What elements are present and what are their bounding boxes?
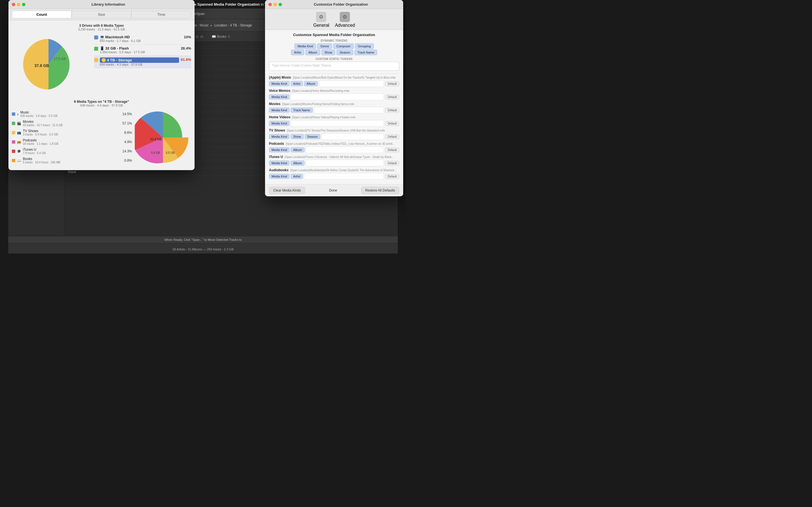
drive-color-flash <box>94 47 98 51</box>
token-season[interactable]: Season <box>336 50 353 55</box>
tab-books[interactable]: 📖 Books 5 <box>208 34 234 40</box>
cust-fullscreen-button[interactable] <box>278 3 282 6</box>
advanced-label: Advanced <box>335 23 355 28</box>
mk-input-movies[interactable] <box>314 107 384 114</box>
media-pct-music: 14.5% <box>122 112 132 116</box>
lib-media-sub: 630 tracks · 4.3 days · 37.8 GB <box>12 104 191 107</box>
cust-advanced-icon-item[interactable]: ⚙ Advanced <box>335 12 355 28</box>
lib-drives-title: 3 Drives with 6 Media Types <box>12 24 191 27</box>
mk-input-music[interactable] <box>319 80 384 87</box>
library-panel: Library Information Count Size Time 3 Dr… <box>8 0 195 170</box>
mk-default-voicememos[interactable]: Default <box>385 95 399 100</box>
general-icon: ⚙ <box>316 12 326 22</box>
mk-row-podcasts: Podcasts [Span Location]/Podcasts/TEDTal… <box>269 142 399 153</box>
lib-tab-size[interactable]: Size <box>71 11 132 18</box>
mk-default-music[interactable]: Default <box>385 81 399 86</box>
media-entry-tv[interactable]: 📺 TV Shows 3 tracks · 3.4 hours · 3.2 GB… <box>12 128 132 137</box>
customize-panel: Customize Folder Organization ⚙ General … <box>265 0 403 196</box>
mk-row-tvshows: TV Shows [Span Location]/TV Shows/The Si… <box>269 128 399 140</box>
mk-label-homevideos: Home Videos <box>269 115 290 119</box>
token-album[interactable]: Album <box>305 50 320 55</box>
cust-general-icon-item[interactable]: ⚙ General <box>313 12 329 28</box>
mk-token-movies-trackname[interactable]: Track Name <box>291 108 313 113</box>
mk-token-ab-artist[interactable]: Artist <box>291 174 303 179</box>
lib-tabs: Count Size Time <box>8 9 195 20</box>
media-color-music <box>12 112 15 116</box>
lib-minimize-button[interactable] <box>17 3 20 6</box>
media-sub-tv: 3 tracks · 3.4 hours · 3.2 GB <box>23 133 58 136</box>
token-show[interactable]: Show <box>321 50 336 55</box>
drive-entry-storage[interactable]: 🟡 4 TB - Storage 630 tracks · 4.3 days ·… <box>94 56 191 68</box>
media-list: ♪ Music 530 tracks · 1.8 days · 5.5 GB 1… <box>12 109 132 167</box>
mk-input-itunesu[interactable] <box>306 160 384 166</box>
mk-token-tv-season[interactable]: Season <box>305 134 320 139</box>
mk-header-audiobooks: Audiobooks [Span Location]/Audiobooks/Si… <box>269 168 399 172</box>
drive-entry-flash[interactable]: 📱 32 GB - Flash 1,950 tracks · 5.5 days … <box>94 45 191 56</box>
mk-token-music-mediakind[interactable]: Media Kind <box>269 81 290 86</box>
mk-token-music-artist[interactable]: Artist <box>291 81 303 86</box>
mk-token-music-album[interactable]: Album <box>304 81 318 86</box>
media-label-music: Music <box>20 110 57 114</box>
drive-entry-mac[interactable]: 💻 Macintosh HD 650 tracks · 1.7 days · 6… <box>94 33 191 45</box>
mk-input-podcasts[interactable] <box>306 147 384 153</box>
mk-default-audiobooks[interactable]: Default <box>385 174 399 179</box>
media-sub-podcasts: 18 tracks · 1.1 days · 1.8 GB <box>23 142 58 145</box>
mk-token-hv-mediakind[interactable]: Media Kind <box>269 121 290 126</box>
mk-token-pod-mediakind[interactable]: Media Kind <box>269 147 290 152</box>
mk-token-itu-album[interactable]: Album <box>291 161 305 166</box>
cust-minimize-button[interactable] <box>273 3 277 6</box>
custom-tokens-section: Custom Static Tokens Type Here to Create… <box>269 57 399 71</box>
mk-default-homevideos[interactable]: Default <box>385 121 399 126</box>
media-label-podcasts: Podcasts <box>23 138 58 142</box>
mk-token-ab-mediakind[interactable]: Media Kind <box>269 174 290 179</box>
mk-default-movies[interactable]: Default <box>385 108 399 113</box>
mk-default-itunesu[interactable]: Default <box>385 161 399 166</box>
media-label-books: Books <box>23 157 60 161</box>
token-track-name[interactable]: Track Name <box>354 50 377 55</box>
token-genre[interactable]: Genre <box>317 43 332 49</box>
token-grouping[interactable]: Grouping <box>355 43 374 49</box>
mk-input-tvshows[interactable] <box>321 133 384 140</box>
cust-close-button[interactable] <box>268 3 272 6</box>
drive-sub-storage: 630 tracks · 4.3 days · 37.8 GB <box>100 63 179 66</box>
clear-media-kinds-button[interactable]: Clear Media Kinds <box>269 187 305 194</box>
media-sub-movies: 43 tracks · 10.7 hours · 21.6 GB <box>23 124 63 127</box>
movies-icon: 🎬 <box>17 121 21 125</box>
lib-close-button[interactable] <box>12 3 15 6</box>
mk-token-movies-mediakind[interactable]: Media Kind <box>269 108 290 113</box>
media-entry-movies[interactable]: 🎬 Movies 43 tracks · 10.7 hours · 21.6 G… <box>12 119 132 128</box>
mk-token-itu-mediakind[interactable]: Media Kind <box>269 161 290 166</box>
books-icon: 📖 <box>17 159 21 163</box>
mk-default-tvshows[interactable]: Default <box>385 134 399 139</box>
mk-default-podcasts[interactable]: Default <box>385 148 399 152</box>
media-entry-itunesu[interactable]: 🎓 iTunes U 7.9 hours · 5.4 GB 14.3% <box>12 147 132 156</box>
advanced-icon: ⚙ <box>340 12 350 22</box>
lib-fullscreen-button[interactable] <box>22 3 26 6</box>
token-composer[interactable]: Composer <box>333 43 354 49</box>
mk-token-pod-album[interactable]: Album <box>291 147 305 152</box>
done-button[interactable]: Done <box>307 188 359 192</box>
custom-tokens-input[interactable]: Type Here to Create Custom Static Tokens <box>269 62 399 71</box>
mk-tokens-podcasts: Media Kind Album Default <box>269 147 399 153</box>
token-media-kind[interactable]: Media Kind <box>294 43 316 49</box>
mk-path-audiobooks: [Span Location]/Audiobooks/Sir Arthur Co… <box>290 169 396 172</box>
mk-input-homevideos[interactable] <box>291 120 384 127</box>
media-entry-music[interactable]: ♪ Music 530 tracks · 1.8 days · 5.5 GB 1… <box>12 109 132 119</box>
media-entry-podcasts[interactable]: 📻 Podcasts 18 tracks · 1.1 days · 1.8 GB… <box>12 137 132 147</box>
mk-input-audiobooks[interactable] <box>304 173 384 180</box>
mk-token-tv-show[interactable]: Show <box>291 134 304 139</box>
token-artist[interactable]: Artist <box>291 50 304 55</box>
media-sub-music: 530 tracks · 1.8 days · 5.5 GB <box>20 114 57 117</box>
itunesu-icon: 🎓 <box>17 149 21 153</box>
media-entry-books[interactable]: 📖 Books 5 tracks · 10.4 hours · 285 MB 0… <box>12 156 132 165</box>
restore-all-defaults-button[interactable]: Restore All Defaults <box>361 187 399 194</box>
lib-tab-count[interactable]: Count <box>12 11 71 18</box>
mk-token-vm-mediakind[interactable]: Media Kind <box>269 94 290 100</box>
lib-tab-time[interactable]: Time <box>132 11 191 18</box>
mk-label-music: (Apple) Music <box>269 75 291 79</box>
mk-row-voicememos: Voice Memos [Span Location]/Voice Memos/… <box>269 89 399 100</box>
mk-header-homevideos: Home Videos [Span Location]/Home Videos/… <box>269 115 399 119</box>
mk-token-tv-mediakind[interactable]: Media Kind <box>269 134 290 139</box>
mk-tokens-tvshows: Media Kind Show Season Default <box>269 133 399 140</box>
mk-input-voicememos[interactable] <box>291 94 384 100</box>
